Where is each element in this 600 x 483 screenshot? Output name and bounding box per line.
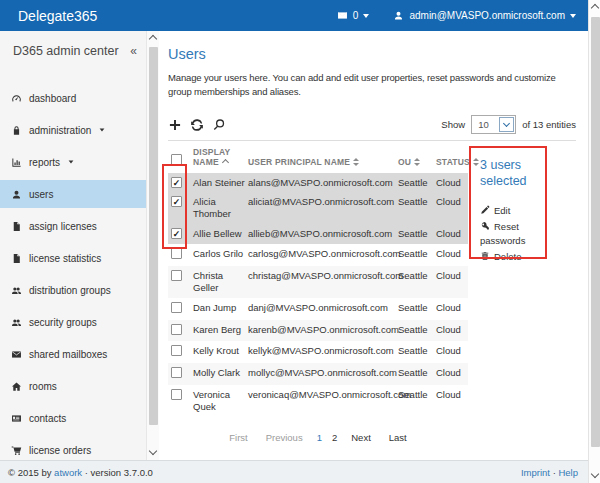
user-row[interactable]: ✓Alicia Thomberaliciat@MVASPO.onmicrosof… <box>168 192 468 224</box>
brand: Delegate365 <box>18 8 97 24</box>
page-scrollbar[interactable] <box>588 0 600 483</box>
sort-ascending-icon <box>222 158 229 165</box>
row-checkbox[interactable] <box>171 345 182 356</box>
sidebar-item-rooms[interactable]: rooms <box>0 372 146 400</box>
mail-icon <box>337 10 348 21</box>
page-last[interactable]: Last <box>389 432 407 443</box>
scroll-down-icon[interactable] <box>149 447 157 455</box>
sidebar-item-contacts[interactable]: contacts <box>0 404 146 432</box>
row-checkbox[interactable] <box>171 324 182 335</box>
mail-count: 0 <box>353 10 359 21</box>
cell-status: Cloud <box>436 266 468 298</box>
user-row[interactable]: Christa Gellerchristag@MVASPO.onmicrosof… <box>168 266 468 298</box>
sidebar-item-reports[interactable]: reports <box>0 148 146 176</box>
copyright: © 2015 by atwork · version 3.7.0.0 <box>8 467 153 478</box>
sidebar-item-label: reports <box>29 157 60 168</box>
messages-dropdown[interactable]: 0 <box>337 10 370 21</box>
row-checkbox[interactable] <box>171 302 182 313</box>
select-all-checkbox[interactable] <box>171 154 182 165</box>
column-header-ou[interactable]: OU <box>398 141 436 173</box>
sidebar-item-dashboard[interactable]: dashboard <box>0 84 146 112</box>
show-label: Show <box>441 119 465 130</box>
selection-panel: 3 users selected EditReset passwordsDele… <box>480 157 540 267</box>
sidebar-item-label: shared mailboxes <box>29 349 107 360</box>
sidebar-nav: dashboardadministrationreportsusersassig… <box>0 58 146 464</box>
envelope-icon <box>11 349 22 360</box>
user-row[interactable]: Dan Jumpdanj@MVASPO.onmicrosoft.comSeatt… <box>168 298 468 320</box>
sidebar-item-shared-mailboxes[interactable]: shared mailboxes <box>0 340 146 368</box>
sidebar-item-assign-licenses[interactable]: assign licenses <box>0 212 146 240</box>
cell-ou: Seattle <box>398 320 436 342</box>
user-row[interactable]: ✓Alan Steineralans@MVASPO.onmicrosoft.co… <box>168 173 468 193</box>
cell-status: Cloud <box>436 224 468 244</box>
refresh-button[interactable] <box>190 118 204 132</box>
lock-icon <box>11 125 22 136</box>
scrollbar-thumb[interactable] <box>591 17 600 447</box>
idcard-icon <box>11 413 22 424</box>
cell-display-name: Alan Steiner <box>193 173 248 193</box>
sidebar-item-administration[interactable]: administration <box>0 116 146 144</box>
sidebar-item-users[interactable]: users <box>0 180 146 208</box>
action-label: Delete <box>494 251 521 262</box>
user-row[interactable]: ✓Allie Bellewallieb@MVASPO.onmicrosoft.c… <box>168 224 468 244</box>
imprint-link[interactable]: Imprint <box>521 467 550 478</box>
page-2[interactable]: 2 <box>332 432 337 443</box>
user-row[interactable]: Karen Bergkarenb@MVASPO.onmicrosoft.comS… <box>168 320 468 342</box>
page-description: Manage your users here. You can add and … <box>168 71 573 99</box>
page-1[interactable]: 1 <box>317 432 322 443</box>
column-header-user-principal-name[interactable]: USER PRINCIPAL NAME <box>248 141 398 173</box>
scroll-down-icon[interactable] <box>591 470 599 478</box>
table-header-row: DISPLAY NAMEUSER PRINCIPAL NAMEOUSTATUS <box>168 141 468 173</box>
page-title: Users <box>168 46 576 62</box>
column-header-status[interactable]: STATUS <box>436 141 468 173</box>
users-icon <box>11 285 22 296</box>
caret-down-icon <box>570 14 576 18</box>
cell-display-name: Christa Geller <box>193 266 248 298</box>
cell-upn: aliciat@MVASPO.onmicrosoft.com <box>248 192 398 224</box>
row-checkbox[interactable] <box>171 248 182 259</box>
cell-upn: carlosg@MVASPO.onmicrosoft.com <box>248 244 398 266</box>
page-size-select[interactable]: 10 <box>471 115 516 134</box>
cell-ou: Seattle <box>398 266 436 298</box>
users-table: DISPLAY NAMEUSER PRINCIPAL NAMEOUSTATUS … <box>168 141 468 417</box>
collapse-sidebar-button[interactable]: « <box>130 44 137 58</box>
pencil-icon <box>480 205 490 215</box>
scroll-up-icon[interactable] <box>149 35 157 43</box>
sidebar-item-label: license orders <box>29 445 91 456</box>
row-checkbox[interactable] <box>171 270 182 281</box>
account-dropdown[interactable]: admin@MVASPO.onmicrosoft.com <box>393 10 576 21</box>
scrollbar-thumb[interactable] <box>149 47 158 425</box>
action-edit[interactable]: Edit <box>480 204 540 217</box>
action-reset-passwords[interactable]: Reset passwords <box>480 220 540 247</box>
row-checkbox[interactable]: ✓ <box>171 228 182 239</box>
user-row[interactable]: Carlos Grilocarlosg@MVASPO.onmicrosoft.c… <box>168 244 468 266</box>
column-header-display-name[interactable]: DISPLAY NAME <box>193 141 248 173</box>
search-button[interactable] <box>212 118 226 132</box>
row-checkbox[interactable]: ✓ <box>171 177 182 188</box>
sidebar-item-security-groups[interactable]: security groups <box>0 308 146 336</box>
add-user-button[interactable] <box>168 118 182 132</box>
cell-ou: Seattle <box>398 192 436 224</box>
sidebar-item-label: distribution groups <box>29 285 111 296</box>
cell-status: Cloud <box>436 341 468 363</box>
user-icon <box>393 10 404 21</box>
user-row[interactable]: Kelly Kroutkellyk@MVASPO.onmicrosoft.com… <box>168 341 468 363</box>
sidebar-scrollbar[interactable] <box>146 31 159 460</box>
action-delete[interactable]: Delete <box>480 250 540 263</box>
sidebar-title: D365 admin center <box>13 44 119 58</box>
user-row[interactable]: Molly Clarkmollyc@MVASPO.onmicrosoft.com… <box>168 363 468 385</box>
vendor-link[interactable]: atwork <box>54 467 82 478</box>
row-checkbox[interactable]: ✓ <box>171 196 182 207</box>
cell-ou: Seattle <box>398 244 436 266</box>
row-checkbox[interactable] <box>171 389 182 400</box>
sidebar-item-distribution-groups[interactable]: distribution groups <box>0 276 146 304</box>
sidebar-item-license-statistics[interactable]: license statistics <box>0 244 146 272</box>
cart-icon <box>11 445 22 456</box>
cell-display-name: Alicia Thomber <box>193 192 248 224</box>
page-next[interactable]: Next <box>351 432 371 443</box>
help-link[interactable]: Help <box>558 467 578 478</box>
row-checkbox[interactable] <box>171 367 182 378</box>
cell-display-name: Carlos Grilo <box>193 244 248 266</box>
scroll-up-icon[interactable] <box>591 4 599 12</box>
user-row[interactable]: Veronica Quekveronicaq@MVASPO.onmicrosof… <box>168 385 468 417</box>
